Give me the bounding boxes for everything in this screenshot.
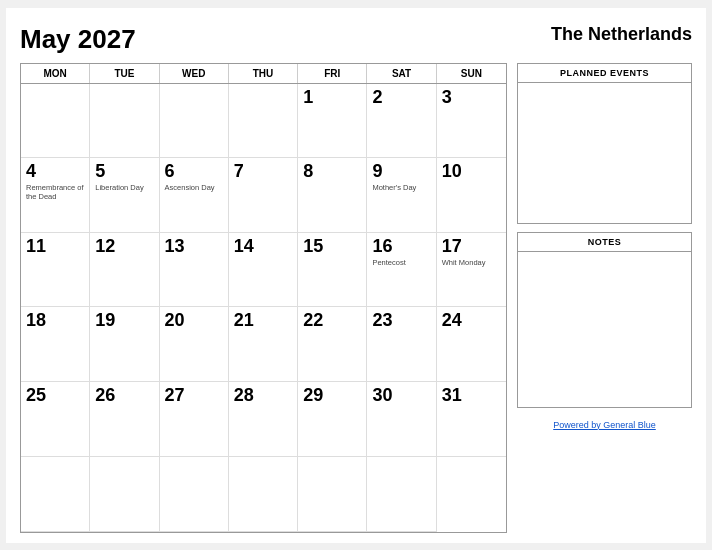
day-cell: 29 — [298, 382, 367, 457]
day-cell: 19 — [90, 307, 159, 382]
day-cell — [229, 457, 298, 532]
day-number: 20 — [165, 311, 223, 331]
day-number: 7 — [234, 162, 292, 182]
day-cell — [21, 84, 90, 159]
day-header: SUN — [437, 64, 506, 83]
day-headers: MONTUEWEDTHUFRISATSUN — [21, 64, 506, 84]
day-number: 15 — [303, 237, 361, 257]
day-number: 26 — [95, 386, 153, 406]
day-number: 5 — [95, 162, 153, 182]
day-cell: 23 — [367, 307, 436, 382]
day-number: 9 — [372, 162, 430, 182]
day-number: 1 — [303, 88, 361, 108]
holiday-label: Remembrance of the Dead — [26, 183, 84, 201]
country-title: The Netherlands — [551, 24, 692, 45]
day-header: FRI — [298, 64, 367, 83]
sidebar: PLANNED EVENTS NOTES Powered by General … — [517, 63, 692, 533]
day-cell: 2 — [367, 84, 436, 159]
day-number: 4 — [26, 162, 84, 182]
day-cell: 1 — [298, 84, 367, 159]
day-cell — [160, 84, 229, 159]
day-cell: 17Whit Monday — [437, 233, 506, 308]
notes-content — [518, 252, 691, 407]
day-cell — [298, 457, 367, 532]
day-cell: 25 — [21, 382, 90, 457]
planned-events-content — [518, 83, 691, 223]
day-header: TUE — [90, 64, 159, 83]
day-cell: 30 — [367, 382, 436, 457]
day-cell: 15 — [298, 233, 367, 308]
day-cell: 10 — [437, 158, 506, 233]
day-number: 23 — [372, 311, 430, 331]
day-number: 21 — [234, 311, 292, 331]
planned-events-box: PLANNED EVENTS — [517, 63, 692, 224]
day-cell: 18 — [21, 307, 90, 382]
day-number: 6 — [165, 162, 223, 182]
day-number: 2 — [372, 88, 430, 108]
day-cell: 11 — [21, 233, 90, 308]
day-number: 18 — [26, 311, 84, 331]
day-cell: 13 — [160, 233, 229, 308]
holiday-label: Liberation Day — [95, 183, 153, 192]
day-number: 13 — [165, 237, 223, 257]
day-number: 12 — [95, 237, 153, 257]
day-cell: 26 — [90, 382, 159, 457]
day-cell — [21, 457, 90, 532]
calendar-section: MONTUEWEDTHUFRISATSUN 1234Remembrance of… — [20, 63, 507, 533]
day-number: 8 — [303, 162, 361, 182]
day-number: 29 — [303, 386, 361, 406]
calendar-grid: 1234Remembrance of the Dead5Liberation D… — [21, 84, 506, 532]
day-cell: 16Pentecost — [367, 233, 436, 308]
day-cell — [90, 457, 159, 532]
powered-by: Powered by General Blue — [517, 420, 692, 430]
day-cell: 8 — [298, 158, 367, 233]
day-cell: 28 — [229, 382, 298, 457]
day-number: 17 — [442, 237, 501, 257]
day-cell: 20 — [160, 307, 229, 382]
day-cell: 31 — [437, 382, 506, 457]
day-cell — [229, 84, 298, 159]
day-number: 31 — [442, 386, 501, 406]
holiday-label: Pentecost — [372, 258, 430, 267]
holiday-label: Mother's Day — [372, 183, 430, 192]
day-number: 27 — [165, 386, 223, 406]
calendar-page: May 2027 The Netherlands MONTUEWEDTHUFRI… — [6, 8, 706, 543]
day-number: 10 — [442, 162, 501, 182]
day-cell: 7 — [229, 158, 298, 233]
notes-box: NOTES — [517, 232, 692, 408]
day-number: 25 — [26, 386, 84, 406]
day-cell: 21 — [229, 307, 298, 382]
day-number: 22 — [303, 311, 361, 331]
day-cell: 14 — [229, 233, 298, 308]
day-cell: 22 — [298, 307, 367, 382]
day-cell: 9Mother's Day — [367, 158, 436, 233]
day-number: 11 — [26, 237, 84, 257]
day-number: 3 — [442, 88, 501, 108]
day-cell: 6Ascension Day — [160, 158, 229, 233]
powered-by-link[interactable]: Powered by General Blue — [553, 420, 656, 430]
holiday-label: Ascension Day — [165, 183, 223, 192]
day-cell: 27 — [160, 382, 229, 457]
day-header: WED — [160, 64, 229, 83]
month-title: May 2027 — [20, 24, 136, 55]
day-number: 30 — [372, 386, 430, 406]
day-header: MON — [21, 64, 90, 83]
day-number: 28 — [234, 386, 292, 406]
day-number: 24 — [442, 311, 501, 331]
day-cell — [90, 84, 159, 159]
day-number: 19 — [95, 311, 153, 331]
holiday-label: Whit Monday — [442, 258, 501, 267]
day-cell — [160, 457, 229, 532]
day-header: THU — [229, 64, 298, 83]
day-cell: 5Liberation Day — [90, 158, 159, 233]
day-number: 16 — [372, 237, 430, 257]
day-number: 14 — [234, 237, 292, 257]
day-cell — [367, 457, 436, 532]
day-header: SAT — [367, 64, 436, 83]
day-cell: 24 — [437, 307, 506, 382]
main-content: MONTUEWEDTHUFRISATSUN 1234Remembrance of… — [20, 63, 692, 533]
day-cell: 12 — [90, 233, 159, 308]
header: May 2027 The Netherlands — [20, 24, 692, 55]
notes-title: NOTES — [518, 233, 691, 252]
planned-events-title: PLANNED EVENTS — [518, 64, 691, 83]
